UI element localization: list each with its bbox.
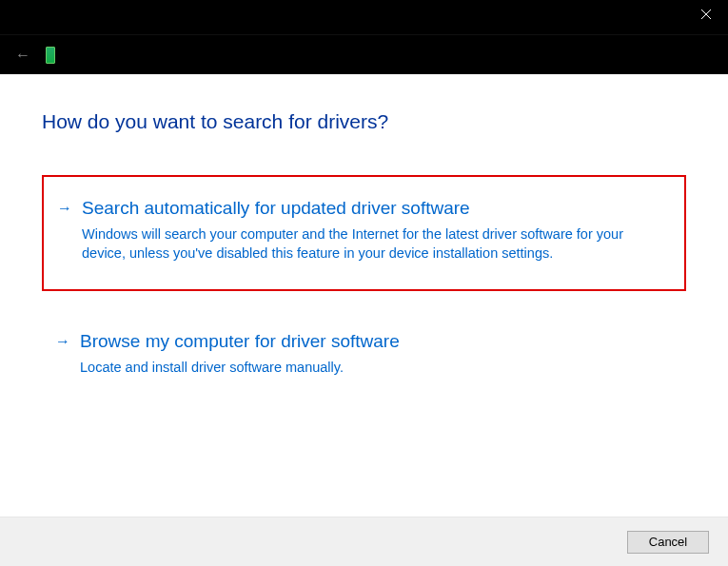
nav-bar: ← xyxy=(0,34,728,74)
option-description: Windows will search your computer and th… xyxy=(82,224,663,263)
page-heading: How do you want to search for drivers? xyxy=(42,110,686,133)
close-button[interactable] xyxy=(684,0,728,29)
footer-bar: Cancel xyxy=(0,517,728,566)
option-title: Search automatically for updated driver … xyxy=(82,196,663,221)
titlebar xyxy=(0,0,728,34)
option-title: Browse my computer for driver software xyxy=(80,329,673,354)
cancel-button[interactable]: Cancel xyxy=(627,531,709,554)
option-browse-computer[interactable]: → Browse my computer for driver software… xyxy=(42,320,686,390)
back-arrow-icon[interactable]: ← xyxy=(15,47,30,64)
device-icon xyxy=(46,47,55,64)
close-icon xyxy=(700,9,712,20)
content-area: How do you want to search for drivers? →… xyxy=(0,74,728,517)
arrow-right-icon: → xyxy=(57,196,72,221)
option-search-automatically[interactable]: → Search automatically for updated drive… xyxy=(42,175,686,291)
option-description: Locate and install driver software manua… xyxy=(80,358,673,377)
arrow-right-icon: → xyxy=(55,329,70,354)
